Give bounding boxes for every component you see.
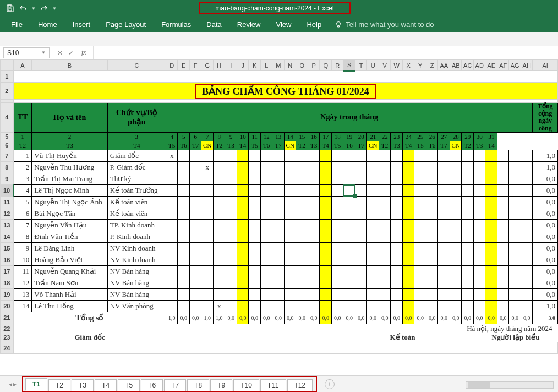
- cell-day[interactable]: [497, 277, 509, 288]
- select-all-corner[interactable]: [1, 60, 14, 71]
- undo-dropdown-icon[interactable]: ▼: [31, 3, 36, 14]
- cell-day[interactable]: [213, 288, 225, 300]
- cell-day[interactable]: [414, 196, 426, 208]
- cell-day[interactable]: [320, 288, 332, 300]
- cell-day[interactable]: [225, 161, 237, 173]
- col-header[interactable]: AI: [533, 60, 558, 71]
- cell-day[interactable]: [521, 208, 533, 219]
- cell-day[interactable]: x: [213, 300, 225, 312]
- cell-day[interactable]: [178, 288, 190, 300]
- cell-day[interactable]: [284, 288, 296, 300]
- cell-day[interactable]: [178, 219, 190, 231]
- cell-day[interactable]: [249, 277, 261, 288]
- cell-name[interactable]: Bùi Ngọc Tân: [32, 208, 107, 219]
- tab-review[interactable]: Review: [229, 17, 269, 32]
- cell-day[interactable]: [391, 208, 403, 219]
- cell-total[interactable]: 0,0: [533, 208, 558, 219]
- cell-day[interactable]: [237, 277, 249, 288]
- cell-tt[interactable]: 1: [13, 150, 32, 161]
- cell-tt[interactable]: 14: [13, 300, 32, 312]
- worksheet-area[interactable]: ABCDEFGHIJKLMNOPQRSTUVWXYZAAABACADAEAFAG…: [0, 59, 558, 368]
- cell-day[interactable]: [391, 184, 403, 196]
- total-day[interactable]: 0,0: [379, 312, 391, 324]
- col-header[interactable]: S: [343, 60, 355, 71]
- total-day[interactable]: 0,0: [485, 312, 497, 324]
- cell-day[interactable]: [462, 300, 474, 312]
- cell-day[interactable]: [178, 265, 190, 277]
- cell-day[interactable]: [201, 196, 214, 208]
- cell-day[interactable]: [201, 300, 214, 312]
- cell-day[interactable]: [450, 150, 462, 161]
- cell-day[interactable]: [260, 265, 272, 277]
- cell-day[interactable]: [272, 254, 285, 265]
- cell-day[interactable]: [485, 242, 497, 254]
- cell-day[interactable]: [308, 184, 320, 196]
- cell-day[interactable]: [166, 231, 178, 242]
- cell-day[interactable]: [485, 300, 497, 312]
- cell-day[interactable]: [213, 196, 225, 208]
- cell-day[interactable]: [178, 184, 190, 196]
- cell-day[interactable]: [213, 150, 225, 161]
- cell-day[interactable]: [355, 231, 367, 242]
- cell-day[interactable]: [331, 300, 343, 312]
- cell-role[interactable]: P. Kinh doanh: [107, 231, 166, 242]
- row-header[interactable]: 18: [1, 277, 14, 288]
- cell-day[interactable]: [379, 288, 391, 300]
- cell-day[interactable]: [379, 277, 391, 288]
- cell-day[interactable]: [296, 242, 308, 254]
- cell-day[interactable]: [249, 184, 261, 196]
- cell-day[interactable]: [343, 242, 355, 254]
- cell-day[interactable]: [343, 208, 355, 219]
- cell-day[interactable]: [213, 208, 225, 219]
- cell-day[interactable]: [450, 242, 462, 254]
- cell-day[interactable]: [355, 242, 367, 254]
- cell-day[interactable]: [497, 208, 509, 219]
- cell-day[interactable]: [509, 242, 521, 254]
- cell-day[interactable]: [438, 242, 450, 254]
- cell-day[interactable]: [331, 196, 343, 208]
- cell-day[interactable]: [402, 300, 414, 312]
- col-header[interactable]: AG: [509, 60, 521, 71]
- name-box[interactable]: S10 ▼: [3, 47, 50, 58]
- cell-day[interactable]: [178, 300, 190, 312]
- cell-day[interactable]: [189, 208, 201, 219]
- cell-day[interactable]: [308, 300, 320, 312]
- cell-day[interactable]: [379, 150, 391, 161]
- cell-day[interactable]: [355, 161, 367, 173]
- cell-tt[interactable]: 13: [13, 288, 32, 300]
- col-header[interactable]: P: [308, 60, 320, 71]
- cell-day[interactable]: [343, 219, 355, 231]
- cell-day[interactable]: [497, 196, 509, 208]
- cell-role[interactable]: TP. Kinh doanh: [107, 219, 166, 231]
- cell-day[interactable]: [462, 184, 474, 196]
- cell-day[interactable]: [296, 161, 308, 173]
- cell-day[interactable]: [485, 184, 497, 196]
- cell-day[interactable]: [189, 265, 201, 277]
- row-header[interactable]: 20: [1, 300, 14, 312]
- cell-day[interactable]: [414, 150, 426, 161]
- cell-day[interactable]: [237, 265, 249, 277]
- cell-day[interactable]: [509, 184, 521, 196]
- save-icon[interactable]: [4, 3, 15, 14]
- cell-day[interactable]: [367, 219, 379, 231]
- cell-day[interactable]: [320, 242, 332, 254]
- cell-day[interactable]: [166, 277, 178, 288]
- cell-day[interactable]: [402, 288, 414, 300]
- cell-day[interactable]: [521, 219, 533, 231]
- cell-day[interactable]: [497, 242, 509, 254]
- cell-day[interactable]: [355, 196, 367, 208]
- cell-day[interactable]: [509, 150, 521, 161]
- col-header[interactable]: O: [296, 60, 308, 71]
- row-header[interactable]: 15: [1, 242, 14, 254]
- cell-day[interactable]: [462, 161, 474, 173]
- cell-name[interactable]: Hoàng Bảo Việt: [32, 254, 107, 265]
- cell-day[interactable]: [189, 277, 201, 288]
- row-header[interactable]: 21: [1, 312, 14, 324]
- cell-day[interactable]: [296, 254, 308, 265]
- cell-day[interactable]: [331, 254, 343, 265]
- cell-day[interactable]: [462, 277, 474, 288]
- cell-day[interactable]: [402, 173, 414, 184]
- cell-day[interactable]: [249, 208, 261, 219]
- col-header[interactable]: Q: [320, 60, 332, 71]
- cell-day[interactable]: [284, 184, 296, 196]
